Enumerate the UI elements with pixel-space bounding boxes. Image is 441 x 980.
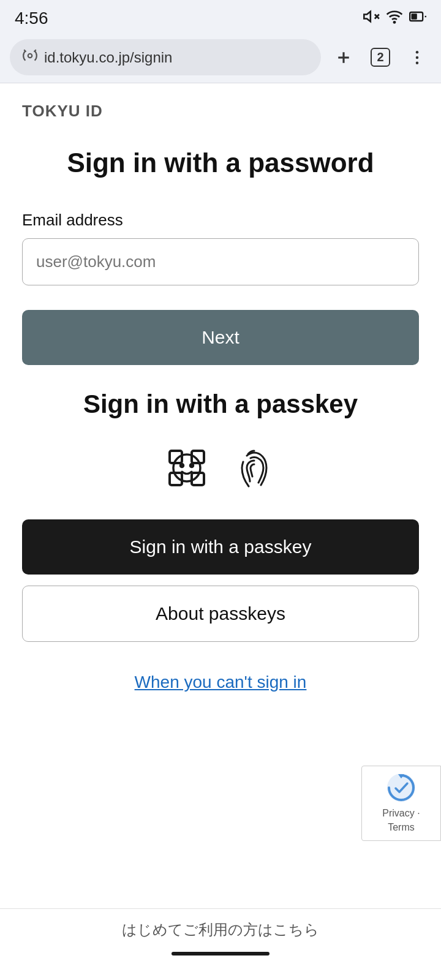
recaptcha-privacy[interactable]: Privacy (382, 808, 414, 818)
sign-in-passkey-button[interactable]: Sign in with a passkey (22, 519, 419, 575)
tab-count: 2 (371, 48, 390, 67)
url-bar[interactable]: id.tokyu.co.jp/signin (10, 39, 321, 75)
status-icons (363, 8, 426, 29)
svg-point-12 (416, 56, 419, 59)
page-title: Sign in with a password (22, 145, 419, 180)
browser-bar: id.tokyu.co.jp/signin 2 (0, 34, 441, 83)
svg-point-11 (416, 51, 419, 54)
footer-text: はじめてご利用の方はこちら (122, 920, 319, 940)
tab-count-button[interactable]: 2 (366, 43, 394, 72)
status-bar: 4:56 (0, 0, 441, 34)
next-button[interactable]: Next (22, 310, 419, 365)
footer: はじめてご利用の方はこちら (0, 908, 441, 980)
bottom-bar (172, 952, 270, 956)
recaptcha-privacy-terms[interactable]: Privacy · Terms (369, 807, 433, 834)
url-text: id.tokyu.co.jp/signin (44, 49, 172, 66)
passkey-section-title: Sign in with a passkey (22, 390, 419, 419)
recaptcha-badge: Privacy · Terms (361, 766, 441, 841)
main-content: TOKYU ID Sign in with a password Email a… (0, 83, 441, 908)
email-form-section: Email address (22, 211, 419, 285)
svg-point-6 (28, 54, 32, 58)
svg-point-20 (190, 464, 194, 467)
svg-point-2 (394, 21, 395, 23)
recaptcha-separator: · (417, 808, 420, 818)
email-input[interactable] (22, 238, 419, 285)
svg-point-19 (181, 464, 184, 467)
recaptcha-terms[interactable]: Terms (388, 822, 415, 832)
mute-icon (363, 8, 380, 29)
svg-point-13 (416, 61, 419, 64)
wifi-icon (386, 8, 403, 29)
more-options-button[interactable] (403, 43, 431, 72)
brand-logo: TOKYU ID (22, 102, 419, 121)
face-id-icon (162, 443, 211, 495)
fingerprint-icon (230, 443, 279, 495)
passkey-icons (22, 443, 419, 495)
status-time: 4:56 (15, 9, 48, 28)
about-passkeys-button[interactable]: About passkeys (22, 586, 419, 642)
svg-rect-5 (412, 13, 417, 19)
battery-icon (409, 8, 426, 29)
trouble-sign-in-link[interactable]: When you can't sign in (22, 673, 419, 692)
url-icon (22, 48, 38, 67)
email-label: Email address (22, 211, 419, 230)
svg-point-18 (173, 454, 200, 481)
new-tab-button[interactable] (330, 43, 358, 72)
